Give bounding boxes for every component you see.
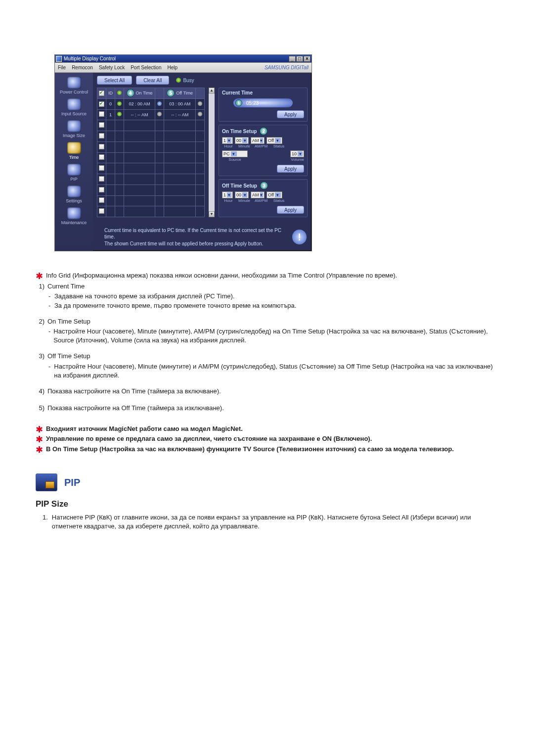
cell-led2 (155, 174, 164, 185)
cell-led1 (115, 174, 124, 185)
intro-text: Info Grid (Информационна мрежа) показва … (46, 271, 397, 280)
current-time-display: 1 05:23 (233, 98, 293, 107)
clear-all-button[interactable]: Clear All (136, 76, 169, 85)
off-hour-select[interactable]: 1▾ (222, 191, 233, 198)
window-titlebar: Multiple Display Control _ □ × (55, 55, 312, 63)
cell-id (106, 131, 115, 142)
dash-icon: - (48, 327, 50, 345)
menu-safety-lock[interactable]: Safety Lock (99, 65, 125, 70)
cell-check (97, 195, 106, 206)
col-on-time: 4 On Time (124, 88, 155, 99)
row-checkbox[interactable] (99, 133, 104, 139)
item-number: 5) (36, 404, 44, 413)
sidebar-item-power-control[interactable]: Power Control (57, 76, 91, 95)
apply-current-time-button[interactable]: Apply (277, 110, 304, 118)
sidebar-item-time[interactable]: Time (57, 141, 91, 161)
subitem-text: Настройте Hour (часовете), Minute (минут… (53, 327, 498, 345)
list-subitem: -Задаване на точното време за избрания д… (48, 292, 498, 301)
star-icon: ✱ (36, 435, 43, 444)
cell-on-time (124, 195, 155, 206)
off-minute-select[interactable]: 00▾ (235, 191, 249, 198)
menu-port-selection[interactable]: Port Selection (131, 65, 161, 70)
grid-scrollbar[interactable]: ▲ ▼ (209, 88, 215, 217)
table-row (97, 195, 205, 206)
footer-note-line1: Current time is equivalent to PC time. I… (104, 227, 287, 240)
on-ampm-select[interactable]: AM▾ (251, 137, 265, 144)
menu-bar: File Remocon Safety Lock Port Selection … (55, 63, 312, 73)
pip-section-title: PIP (64, 475, 80, 489)
row-checkbox[interactable] (99, 165, 104, 171)
document-body: ✱ Info Grid (Информационна мрежа) показв… (36, 271, 498, 531)
cell-off-time (164, 206, 196, 217)
row-checkbox[interactable] (99, 111, 104, 117)
table-row (97, 120, 205, 131)
input-icon (67, 98, 81, 110)
apply-on-time-button[interactable]: Apply (277, 165, 304, 173)
off-ampm-select[interactable]: AM▾ (251, 191, 265, 198)
table-row (97, 174, 205, 185)
menu-file[interactable]: File (58, 65, 66, 70)
row-checkbox[interactable] (99, 101, 104, 107)
cell-check (97, 152, 106, 163)
window-minimize-button[interactable]: _ (289, 56, 296, 62)
sidebar-item-label: PIP (70, 177, 78, 182)
cell-off-time (164, 142, 196, 152)
window-close-button[interactable]: × (304, 56, 311, 62)
cell-led3 (196, 195, 205, 206)
list-subitem: -Настройте Hour (часовете), Minute (мину… (48, 362, 498, 380)
select-all-button[interactable]: Select All (97, 76, 132, 85)
busy-indicator: Busy (176, 78, 194, 83)
scroll-down-button[interactable]: ▼ (209, 211, 215, 217)
sidebar-item-label: Image Size (63, 133, 85, 138)
row-checkbox[interactable] (99, 122, 104, 128)
sidebar-item-maintenance[interactable]: Maintenance (57, 206, 91, 226)
sidebar-item-image-size[interactable]: Image Size (57, 119, 91, 139)
gear-icon (67, 186, 81, 197)
cell-id (106, 142, 115, 152)
callout-2-badge: 2 (260, 127, 267, 135)
current-time-panel: Current Time 1 05:23 Apply (219, 88, 308, 122)
cell-check (97, 109, 106, 120)
item-number: 4) (36, 387, 44, 396)
on-status-select[interactable]: Off▾ (267, 137, 282, 144)
list-subitem: -За да промените точното време, първо пр… (48, 301, 498, 310)
row-checkbox[interactable] (99, 154, 104, 160)
on-minute-select[interactable]: 00▾ (235, 137, 249, 144)
note-2: Управление по време се предлага само за … (46, 434, 372, 443)
on-volume-select[interactable]: 10▾ (290, 150, 304, 157)
menu-remocon[interactable]: Remocon (72, 65, 93, 70)
pip-icon (67, 164, 81, 176)
callout-4-badge: 4 (127, 89, 134, 97)
row-checkbox[interactable] (99, 187, 104, 192)
sidebar-item-input-source[interactable]: Input Source (57, 97, 91, 117)
sidebar-item-pip[interactable]: PIP (57, 163, 91, 183)
row-checkbox[interactable] (99, 208, 104, 214)
menu-help[interactable]: Help (167, 65, 178, 70)
scroll-track[interactable] (209, 94, 215, 211)
cell-led3 (196, 120, 205, 131)
cell-off-time (164, 163, 196, 174)
sidebar-item-settings[interactable]: Settings (57, 185, 91, 204)
item-title: Off Time Setup (47, 352, 90, 361)
on-source-select[interactable]: PC▾ (222, 150, 248, 157)
callout-5-badge: 5 (167, 89, 175, 97)
table-row (97, 163, 205, 174)
row-checkbox[interactable] (99, 144, 104, 149)
busy-led-icon (176, 78, 181, 83)
row-checkbox[interactable] (99, 197, 104, 203)
off-status-select[interactable]: Off▾ (267, 191, 282, 198)
list-item: 2)On Time Setup (36, 317, 498, 326)
row-checkbox[interactable] (99, 176, 104, 182)
item-number: 3) (36, 352, 44, 361)
cell-id (106, 206, 115, 217)
cell-id (106, 163, 115, 174)
scroll-up-button[interactable]: ▲ (209, 88, 215, 94)
cell-led3 (196, 174, 205, 185)
cell-led2 (155, 163, 164, 174)
on-hour-select[interactable]: 1▾ (222, 137, 233, 144)
apply-off-time-button[interactable]: Apply (277, 206, 304, 214)
item-title: Показва настройките на Off Time (таймера… (47, 404, 224, 413)
window-maximize-button[interactable]: □ (296, 56, 303, 62)
header-checkbox[interactable] (99, 91, 104, 96)
cell-led1 (115, 131, 124, 142)
